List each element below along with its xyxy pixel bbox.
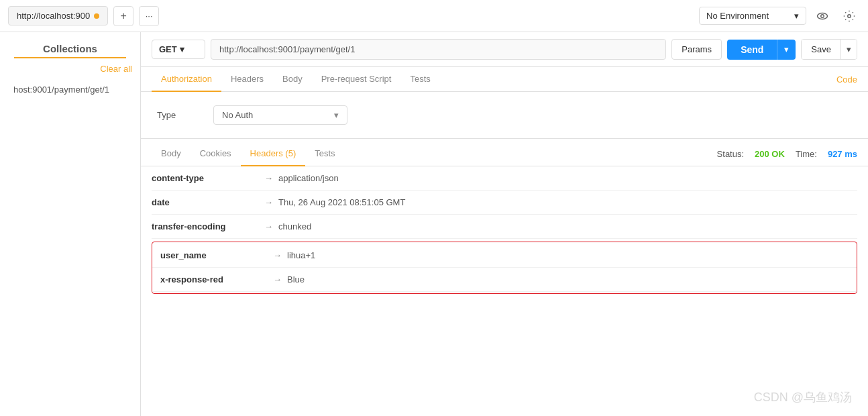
header-key: date	[152, 197, 259, 207]
add-tab-button[interactable]: +	[113, 6, 133, 26]
arrow-icon: →	[273, 250, 282, 260]
header-key: user_name	[160, 250, 268, 260]
response-tabs: Body Cookies Headers (5) Tests Status: 2…	[141, 142, 868, 166]
method-select[interactable]: GET ▾	[152, 40, 205, 59]
environment-select[interactable]: No Environment ▾	[699, 7, 806, 25]
content-area: GET ▾ Params Send ▾ Save ▾ Authorization	[141, 32, 868, 416]
save-button-group: Save ▾	[801, 39, 857, 60]
sidebar-item[interactable]: host:9001/payment/get/1	[3, 79, 138, 100]
more-tabs-button[interactable]: ···	[139, 6, 159, 26]
header-key: x-response-red	[160, 274, 268, 284]
table-row: x-response-red → Blue	[152, 268, 857, 292]
header-value: Thu, 26 Aug 2021 08:51:05 GMT	[278, 197, 405, 207]
send-button[interactable]: Send	[727, 40, 777, 60]
table-row: user_name → lihua+1	[152, 244, 857, 268]
svg-point-2	[848, 14, 851, 17]
header-key: transfer-encoding	[152, 221, 259, 231]
sidebar: Collections Clear all host:9001/payment/…	[0, 32, 141, 416]
table-row: transfer-encoding → chunked	[152, 215, 857, 239]
tab-body[interactable]: Body	[273, 67, 312, 92]
header-value: lihua+1	[287, 250, 315, 260]
auth-type-select[interactable]: No Auth ▾	[213, 105, 347, 125]
tab-modified-dot	[94, 13, 99, 19]
send-dropdown-icon: ▾	[784, 44, 789, 54]
auth-type-value: No Auth	[222, 110, 253, 120]
send-dropdown-button[interactable]: ▾	[777, 40, 796, 60]
env-label: No Environment	[706, 11, 769, 21]
table-row: content-type → application/json	[152, 166, 857, 191]
main-layout: Collections Clear all host:9001/payment/…	[0, 32, 868, 416]
resp-tab-cookies[interactable]: Cookies	[191, 142, 241, 166]
arrow-icon: →	[264, 221, 273, 231]
resp-tab-headers[interactable]: Headers (5)	[241, 142, 306, 166]
highlighted-headers-box: user_name → lihua+1 x-response-red → Blu…	[152, 242, 857, 294]
method-dropdown-icon: ▾	[180, 44, 184, 54]
status-value: 200 OK	[755, 149, 785, 159]
env-dropdown-icon: ▾	[794, 11, 799, 21]
auth-type-label: Type	[157, 110, 197, 120]
sidebar-underline	[14, 57, 126, 58]
save-dropdown-icon: ▾	[847, 44, 851, 54]
resp-tab-body[interactable]: Body	[152, 142, 191, 166]
header-key: content-type	[152, 173, 259, 183]
top-bar: http://localhost:900 + ··· No Environmen…	[0, 0, 868, 32]
gear-icon	[843, 10, 855, 22]
params-button[interactable]: Params	[671, 39, 722, 60]
save-button[interactable]: Save	[802, 40, 840, 59]
sidebar-title: Collections	[0, 38, 140, 57]
svg-point-1	[821, 14, 824, 17]
active-tab[interactable]: http://localhost:900	[8, 6, 108, 25]
save-dropdown-button[interactable]: ▾	[840, 40, 857, 59]
status-label: Status:	[717, 149, 744, 159]
tab-tests[interactable]: Tests	[400, 67, 439, 92]
svg-point-0	[818, 13, 828, 19]
settings-button[interactable]	[838, 5, 860, 27]
eye-icon	[816, 10, 828, 22]
tab-headers[interactable]: Headers	[221, 67, 273, 92]
header-value: chunked	[278, 221, 311, 231]
arrow-icon: →	[264, 197, 273, 207]
table-row: date → Thu, 26 Aug 2021 08:51:05 GMT	[152, 191, 857, 215]
auth-select-icon: ▾	[334, 110, 339, 120]
method-label: GET	[159, 44, 177, 54]
code-link[interactable]: Code	[836, 68, 857, 91]
status-info: Status: 200 OK Time: 927 ms	[717, 149, 857, 159]
send-button-group: Send ▾	[727, 40, 796, 60]
time-value: 927 ms	[828, 149, 857, 159]
auth-section: Type No Auth ▾	[141, 92, 868, 139]
header-value: Blue	[287, 274, 305, 284]
clear-all-button[interactable]: Clear all	[0, 61, 140, 79]
tab-url: http://localhost:900	[17, 11, 90, 21]
request-bar: GET ▾ Params Send ▾ Save ▾	[141, 32, 868, 67]
headers-content: content-type → application/json date → T…	[141, 166, 868, 416]
header-value: application/json	[278, 173, 339, 183]
arrow-icon: →	[264, 173, 273, 183]
ellipsis-icon: ···	[146, 11, 153, 21]
tab-authorization[interactable]: Authorization	[152, 67, 221, 92]
plus-icon: +	[120, 10, 126, 22]
arrow-icon: →	[273, 274, 282, 284]
tab-prerequest[interactable]: Pre-request Script	[312, 67, 401, 92]
eye-button[interactable]	[812, 5, 833, 27]
url-input[interactable]	[211, 39, 666, 60]
resp-tab-tests[interactable]: Tests	[305, 142, 344, 166]
request-tabs: Authorization Headers Body Pre-request S…	[141, 67, 868, 92]
auth-row: Type No Auth ▾	[157, 105, 852, 125]
time-label: Time:	[796, 149, 817, 159]
